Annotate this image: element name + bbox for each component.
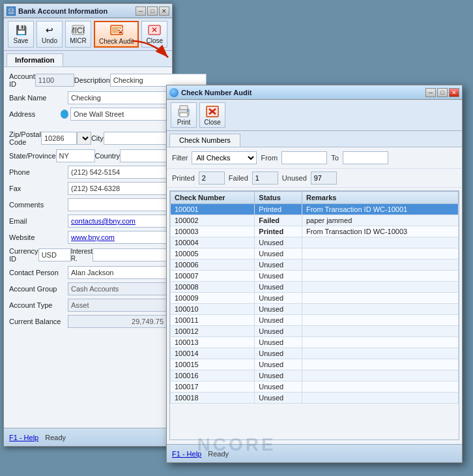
account-type-row: Account Type [9,299,167,312]
audit-dialog-title: Check Number Audit [181,89,425,97]
table-row[interactable]: 100015Unused [171,359,459,370]
col-remarks: Remarks [302,192,458,204]
account-group-input[interactable] [68,282,167,295]
remarks-cell [302,282,458,293]
contact-input[interactable] [68,266,167,279]
balance-input[interactable] [68,315,167,328]
tab-check-numbers[interactable]: Check Numbers [169,134,240,147]
account-type-input[interactable] [68,299,167,312]
main-window-title: Bank Account Information [18,7,136,15]
undo-button[interactable]: ↩ Undo [36,21,63,48]
table-row[interactable]: 100007Unused [171,271,459,282]
status-cell: Unused [255,271,302,282]
restore-button[interactable]: □ [147,7,158,16]
close-main-icon: ✕ [147,23,162,37]
status-cell: Unused [255,393,302,404]
audit-status-text: Ready [208,450,229,458]
from-label: From [261,154,278,162]
table-row[interactable]: 100014Unused [171,348,459,359]
table-row[interactable]: 100008Unused [171,282,459,293]
bank-name-input[interactable] [68,91,167,104]
fax-input[interactable] [68,182,167,195]
remarks-cell [302,348,458,359]
table-row[interactable]: 100011Unused [171,315,459,326]
table-row[interactable]: 100013Unused [171,337,459,348]
status-cell: Unused [255,370,302,381]
state-input[interactable] [56,149,95,162]
filter-dropdown[interactable]: All Checks Printed Failed Unused [192,151,257,164]
table-row[interactable]: 100010Unused [171,304,459,315]
audit-dialog-icon [169,88,179,97]
save-button[interactable]: 💾 Save [8,21,34,48]
tab-information[interactable]: Information [7,53,63,67]
audit-close-button[interactable]: ✕ [449,88,459,97]
failed-summary-label: Failed [229,174,248,182]
remarks-cell [302,359,458,370]
table-row[interactable]: 100009Unused [171,293,459,304]
email-input[interactable] [68,215,167,228]
address-input[interactable] [70,108,167,121]
check-audit-icon: ✕ [109,23,124,38]
table-row[interactable]: 100006Unused [171,260,459,271]
description-label: Description [74,76,110,84]
micr-button[interactable]: MICR MICR [65,21,91,48]
remarks-cell [302,293,458,304]
check-audit-label: Check Audit [99,38,134,45]
table-row[interactable]: 100002Failedpaper jammed [171,215,459,226]
from-input[interactable] [281,151,327,164]
check-audit-button[interactable]: ✕ Check Audit [94,21,139,48]
table-row[interactable]: 100004Unused [171,237,459,248]
remarks-cell [302,315,458,326]
status-cell: Unused [255,282,302,293]
bank-name-row: Bank Name [9,91,167,104]
audit-toolbar: Print Close [167,100,462,131]
check-number-cell: 100007 [171,271,255,282]
remarks-cell [302,304,458,315]
status-cell: Unused [255,304,302,315]
audit-table-wrap[interactable]: Check Number Status Remarks 100001Printe… [169,190,459,440]
phone-input[interactable] [68,166,167,179]
close-main-button[interactable]: ✕ Close [141,21,167,48]
print-button[interactable]: Print [171,102,197,128]
micr-icon: MICR [71,23,85,37]
audit-status-bar: F1 - Help Ready [167,444,462,462]
table-row[interactable]: 100001PrintedFrom Transaction ID WC-1000… [171,204,459,215]
audit-restore-button[interactable]: □ [437,88,448,97]
status-cell: Printed [255,226,302,237]
check-number-cell: 100009 [171,293,255,304]
main-help-link[interactable]: F1 - Help [9,434,38,441]
status-cell: Unused [255,237,302,248]
remarks-cell [302,370,458,381]
zip-dropdown[interactable] [77,132,91,145]
table-row[interactable]: 100016Unused [171,370,459,381]
minimize-button[interactable]: ─ [136,7,146,16]
close-button[interactable]: ✕ [159,7,169,16]
remarks-cell [302,260,458,271]
table-row[interactable]: 100017Unused [171,381,459,393]
account-group-label: Account Group [9,285,68,293]
unused-count [311,171,337,185]
check-number-cell: 100012 [171,326,255,337]
zip-input[interactable] [41,132,77,145]
account-id-label: Account ID [9,72,35,88]
remarks-cell [302,248,458,260]
audit-close-toolbar-button[interactable]: Close [199,102,225,128]
audit-minimize-button[interactable]: ─ [425,88,436,97]
website-input[interactable] [68,231,167,244]
unused-summary-label: Unused [282,174,307,182]
audit-help-link[interactable]: F1 - Help [172,450,201,458]
table-row[interactable]: 100018Unused [171,393,459,404]
status-cell: Unused [255,337,302,348]
currency-input[interactable] [38,248,71,261]
comments-input[interactable] [68,198,167,211]
table-row[interactable]: 100003PrintedFrom Transaction ID WC-1000… [171,226,459,237]
col-status: Status [255,192,302,204]
account-type-label: Account Type [9,301,68,309]
to-input[interactable] [343,151,388,164]
address-globe-icon: 🌐 [61,110,68,119]
col-check-number: Check Number [171,192,255,204]
account-id-input[interactable] [35,74,74,87]
table-row[interactable]: 100012Unused [171,326,459,337]
check-number-cell: 100016 [171,370,255,381]
table-row[interactable]: 100005Unused [171,248,459,260]
